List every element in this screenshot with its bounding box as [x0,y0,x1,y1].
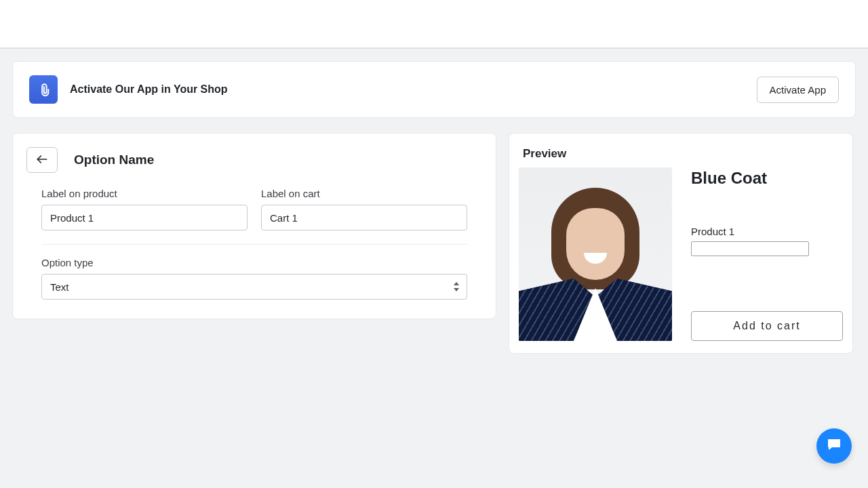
add-to-cart-button[interactable]: Add to cart [691,311,843,341]
option-type-caption: Option type [41,257,467,268]
label-on-product-input[interactable] [41,205,248,230]
option-type-select-wrap: Text [41,274,467,300]
preview-product-image [519,167,672,341]
field-option-type: Option type Text [41,257,467,300]
back-button[interactable] [26,147,58,173]
label-row: Label on product Label on cart [41,188,467,230]
activate-app-button[interactable]: Activate App [757,77,839,103]
preview-heading: Preview [523,147,843,161]
label-on-product-caption: Label on product [41,188,248,199]
label-on-cart-input[interactable] [261,205,467,230]
editor-body: Label on product Label on cart Option ty… [26,188,482,300]
option-type-select[interactable]: Text [41,274,467,300]
content-columns: Option Name Label on product Label on ca… [12,133,856,354]
preview-option-label: Product 1 [691,226,843,237]
field-label-on-cart: Label on cart [261,188,467,230]
chat-fab-button[interactable] [816,428,852,464]
arrow-left-icon [35,152,49,168]
preview-image-face [566,208,625,280]
editor-header: Option Name [26,147,482,173]
preview-row: Blue Coat Product 1 Add to cart [519,167,843,341]
divider [41,244,467,245]
activation-banner: Activate Our App in Your Shop Activate A… [12,61,856,118]
app-logo-icon [29,75,58,104]
preview-spacer [691,256,843,296]
preview-product-title: Blue Coat [691,169,843,188]
activation-banner-left: Activate Our App in Your Shop [29,75,228,104]
page-body: Activate Our App in Your Shop Activate A… [0,49,868,488]
preview-side: Blue Coat Product 1 Add to cart [691,167,843,341]
top-spacer [0,0,868,49]
option-editor-card: Option Name Label on product Label on ca… [12,133,496,319]
label-on-cart-caption: Label on cart [261,188,467,199]
activation-banner-title: Activate Our App in Your Shop [70,83,228,96]
chat-bubble-icon [826,436,842,455]
preview-option-input[interactable] [691,241,809,256]
editor-title: Option Name [74,152,154,167]
field-label-on-product: Label on product [41,188,248,230]
preview-card: Preview Blue Coat Product 1 Add to cart [509,133,853,354]
